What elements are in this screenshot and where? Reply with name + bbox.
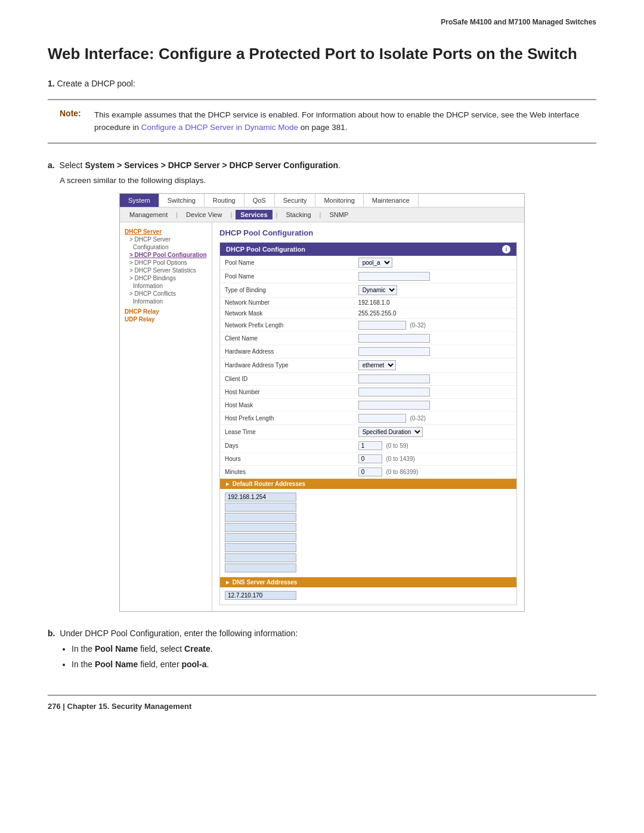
table-row: Network Mask 255.255.255.0	[220, 308, 516, 318]
ui-body: DHCP Server > DHCP Server Configuration …	[120, 222, 524, 611]
pool-name-select[interactable]: pool_a Create	[358, 258, 392, 268]
field-value	[354, 345, 516, 358]
sidebar-dhcp-bindings[interactable]: > DHCP Bindings	[125, 275, 207, 281]
field-label: Lease Time	[220, 425, 354, 439]
nav-tab-system[interactable]: System	[120, 194, 159, 207]
hardware-address-input[interactable]	[358, 347, 430, 356]
sidebar-dhcp-pool-options[interactable]: > DHCP Pool Options	[125, 259, 207, 266]
field-label: Minutes	[220, 465, 354, 478]
router-address-2[interactable]	[225, 503, 296, 512]
router-address-1[interactable]	[225, 493, 296, 501]
sidebar-dhcp-conflicts[interactable]: > DHCP Conflicts	[125, 290, 207, 297]
table-row: Pool Name	[220, 270, 516, 283]
field-value: Dynamic Manual	[354, 283, 516, 297]
lease-time-select[interactable]: Specified Duration Infinite	[358, 427, 423, 437]
hours-input[interactable]	[358, 454, 382, 463]
subnav-stacking[interactable]: Stacking	[281, 210, 315, 219]
router-address-5[interactable]	[225, 533, 296, 542]
network-prefix-range: (0-32)	[410, 322, 426, 329]
field-value: (0-32)	[354, 411, 516, 425]
host-number-input[interactable]	[358, 388, 430, 397]
sidebar-dhcp-conflicts-info: Information	[125, 298, 207, 305]
subnav-deviceview[interactable]: Device View	[181, 210, 227, 219]
days-input[interactable]	[358, 441, 382, 450]
minutes-input[interactable]	[358, 467, 382, 476]
network-prefix-input[interactable]	[358, 321, 406, 330]
type-of-binding-select[interactable]: Dynamic Manual	[358, 285, 397, 295]
field-label: Network Prefix Length	[220, 318, 354, 332]
step-b-label: b.	[48, 628, 55, 638]
field-value	[354, 372, 516, 385]
nav-tab-switching[interactable]: Switching	[159, 194, 205, 207]
table-row: Host Number	[220, 385, 516, 398]
step-a-text: Select System > Services > DHCP Server >…	[60, 160, 340, 170]
dns-address-1[interactable]	[225, 591, 296, 600]
field-label: Type of Binding	[220, 283, 354, 297]
subnav-snmp[interactable]: SNMP	[324, 210, 353, 219]
sidebar-dhcp-server[interactable]: DHCP Server	[125, 228, 207, 235]
default-router-section-header: ► Default Router Addresses	[220, 479, 516, 489]
field-value: (0-32)	[354, 318, 516, 332]
field-label: Hours	[220, 452, 354, 465]
dns-server-section-header: ► DNS Server Addresses	[220, 577, 516, 587]
host-prefix-input[interactable]	[358, 414, 406, 423]
nav-tab-security[interactable]: Security	[275, 194, 316, 207]
table-row: Hours (0 to 1439)	[220, 452, 516, 465]
network-number-value: 192.168.1.0	[358, 299, 390, 306]
hardware-address-type-select[interactable]: ethernet	[358, 360, 396, 370]
page-container: ProSafe M4100 and M7100 Managed Switches…	[0, 0, 644, 833]
days-range: (0 to 59)	[386, 442, 408, 449]
subnav-sep1: |	[176, 210, 178, 219]
router-address-8[interactable]	[225, 563, 296, 572]
sidebar-dhcp-bindings-info: Information	[125, 283, 207, 289]
field-value: (0 to 86399)	[354, 465, 516, 478]
bullet-item-2: In the Pool Name field, enter pool-a.	[72, 658, 596, 671]
note-box: Note: This example assumes that the DHCP…	[48, 99, 596, 144]
router-address-7[interactable]	[225, 553, 296, 562]
note-link[interactable]: Configure a DHCP Server in Dynamic Mode	[141, 123, 298, 132]
router-address-4[interactable]	[225, 523, 296, 532]
router-address-3[interactable]	[225, 513, 296, 522]
dns-server-addresses	[220, 587, 516, 605]
table-row: Network Prefix Length (0-32)	[220, 318, 516, 332]
field-label: Pool Name	[220, 256, 354, 270]
table-row: Hardware Address	[220, 345, 516, 358]
sidebar-dhcp-pool-config[interactable]: > DHCP Pool Configuration	[125, 252, 207, 258]
host-mask-input[interactable]	[358, 401, 430, 410]
product-header: ProSafe M4100 and M7100 Managed Switches	[48, 18, 596, 26]
step-a: a. Select System > Services > DHCP Serve…	[48, 160, 596, 170]
nav-tab-maintenance[interactable]: Maintenance	[364, 194, 419, 207]
step-b-text: Under DHCP Pool Configuration, enter the…	[60, 628, 298, 638]
pool-name-input[interactable]	[358, 272, 430, 281]
field-label: Client Name	[220, 332, 354, 345]
minutes-range: (0 to 86399)	[386, 469, 418, 475]
product-name: ProSafe M4100 and M7100 Managed Switches	[441, 18, 596, 26]
network-mask-value: 255.255.255.0	[358, 310, 397, 317]
field-label: Host Prefix Length	[220, 411, 354, 425]
step-b: b. Under DHCP Pool Configuration, enter …	[48, 628, 596, 671]
top-nav: System Switching Routing QoS Security Mo…	[120, 194, 524, 208]
field-value: (0 to 59)	[354, 439, 516, 452]
step-a-label: a.	[48, 160, 55, 170]
sidebar-dhcp-server-stats[interactable]: > DHCP Server Statistics	[125, 267, 207, 274]
ui-content: DHCP Pool Configuration DHCP Pool Config…	[212, 222, 524, 611]
field-value	[354, 385, 516, 398]
field-label: Client ID	[220, 372, 354, 385]
subnav-services[interactable]: Services	[236, 210, 272, 219]
router-address-6[interactable]	[225, 543, 296, 552]
nav-tab-qos[interactable]: QoS	[244, 194, 275, 207]
sidebar-udp-relay[interactable]: UDP Relay	[125, 316, 207, 323]
sidebar-dhcp-server-config-label[interactable]: Configuration	[125, 244, 207, 250]
subnav-management[interactable]: Management	[125, 210, 172, 219]
field-value: ethernet	[354, 358, 516, 372]
info-icon[interactable]: i	[502, 245, 510, 253]
nav-tab-monitoring[interactable]: Monitoring	[315, 194, 363, 207]
client-name-input[interactable]	[358, 334, 430, 343]
sidebar-dhcp-relay[interactable]: DHCP Relay	[125, 308, 207, 315]
field-label: Days	[220, 439, 354, 452]
field-label: Network Mask	[220, 308, 354, 318]
sidebar-dhcp-server-config[interactable]: > DHCP Server	[125, 236, 207, 243]
nav-tab-routing[interactable]: Routing	[205, 194, 244, 207]
client-id-input[interactable]	[358, 374, 430, 383]
step-b-bullets: In the Pool Name field, select Create. I…	[48, 643, 596, 671]
